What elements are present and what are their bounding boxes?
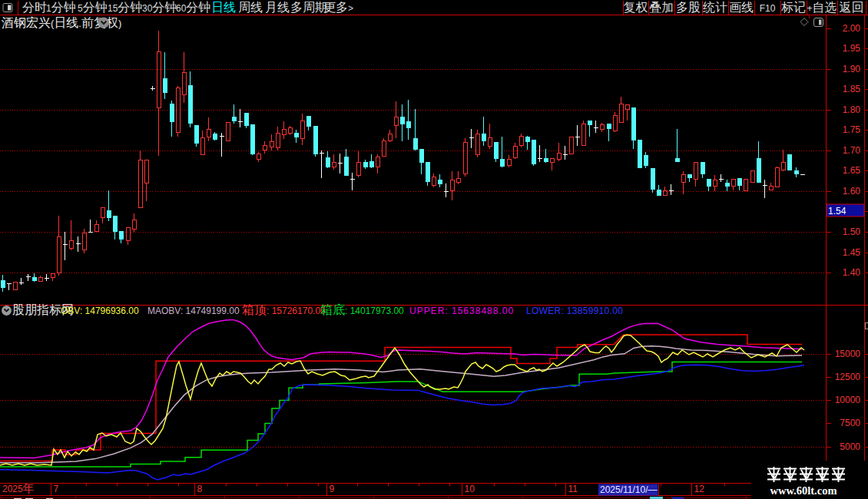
svg-text:9: 9 (330, 484, 335, 494)
svg-text:1.85: 1.85 (843, 84, 861, 94)
svg-text:5000: 5000 (840, 441, 860, 452)
svg-text:日线: 日线 (211, 1, 236, 14)
svg-text:MAOBV: 14749199.00: MAOBV: 14749199.00 (147, 306, 240, 316)
svg-text:统计: 统计 (703, 1, 727, 14)
svg-text:1.50: 1.50 (843, 226, 861, 237)
svg-text:1分钟: 1分钟 (46, 1, 76, 14)
svg-text:标记: 标记 (781, 1, 806, 14)
svg-text:复权: 复权 (624, 1, 648, 14)
svg-text:1.75: 1.75 (843, 124, 861, 135)
svg-text:返回: 返回 (840, 1, 864, 14)
svg-text:1.95: 1.95 (843, 43, 861, 54)
svg-text:OBV: 14796936.00: OBV: 14796936.00 (61, 306, 139, 316)
svg-text:画线: 画线 (729, 1, 754, 14)
svg-text:叠加: 叠加 (649, 1, 674, 14)
svg-text:12: 12 (694, 484, 705, 494)
svg-text:月线: 月线 (265, 1, 290, 14)
svg-text:10: 10 (465, 484, 475, 494)
svg-text:F10: F10 (760, 3, 776, 14)
svg-text:15分钟: 15分钟 (108, 1, 142, 14)
svg-text:2025/11/10/—: 2025/11/10/— (600, 484, 658, 495)
svg-text:1.65: 1.65 (843, 165, 861, 176)
svg-text:箱顶: 15726170.00: 箱顶: 15726170.00 (242, 303, 326, 316)
svg-text:5分钟: 5分钟 (78, 1, 108, 14)
svg-text:12500: 12500 (835, 372, 861, 382)
svg-text:60分钟: 60分钟 (176, 1, 210, 14)
svg-text:1.70: 1.70 (843, 145, 861, 156)
svg-text:30分钟: 30分钟 (142, 1, 177, 14)
svg-text:1.60: 1.60 (843, 186, 861, 197)
svg-text:7: 7 (54, 484, 59, 494)
svg-text:11: 11 (568, 484, 578, 494)
svg-text:1.54: 1.54 (828, 206, 846, 216)
svg-text:LOWER: 13859910.00: LOWER: 13859910.00 (526, 306, 623, 316)
svg-text:1.90: 1.90 (843, 64, 861, 74)
svg-text:10000: 10000 (835, 395, 861, 405)
svg-text:箱底: 14017973.00: 箱底: 14017973.00 (320, 303, 404, 316)
svg-text:www.60lt.com: www.60lt.com (770, 484, 837, 497)
svg-text:多周期: 多周期 (290, 1, 327, 14)
svg-text:8: 8 (197, 484, 203, 494)
svg-text:更多>: 更多> (323, 1, 353, 14)
svg-text:2.00: 2.00 (843, 23, 861, 34)
svg-text:多股: 多股 (676, 1, 701, 14)
svg-text:1.80: 1.80 (843, 104, 861, 115)
svg-text:1.40: 1.40 (843, 267, 861, 278)
svg-text:2025年: 2025年 (2, 481, 35, 494)
svg-text:分时: 分时 (22, 1, 47, 14)
svg-text:1.45: 1.45 (843, 247, 861, 258)
svg-text:+自选: +自选 (807, 1, 837, 14)
svg-text:周线: 周线 (238, 1, 263, 14)
svg-text:UPPER: 15638488.00: UPPER: 15638488.00 (409, 306, 514, 316)
svg-text:7500: 7500 (840, 418, 860, 428)
svg-text:15000: 15000 (835, 349, 861, 359)
